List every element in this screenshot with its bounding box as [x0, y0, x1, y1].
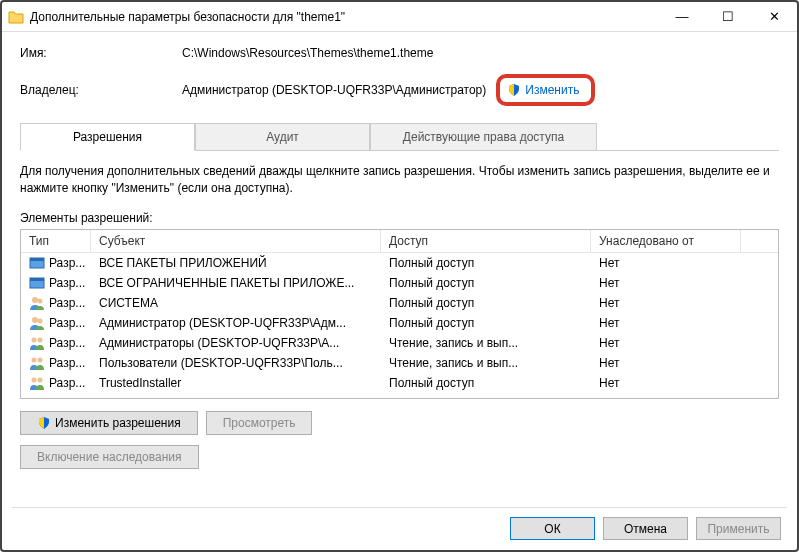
- maximize-button[interactable]: ☐: [705, 2, 751, 32]
- ok-button[interactable]: ОК: [510, 517, 595, 540]
- cell-type: Разр...: [49, 376, 85, 390]
- cell-type: Разр...: [49, 276, 85, 290]
- svg-point-11: [38, 357, 43, 362]
- titlebar: Дополнительные параметры безопасности дл…: [2, 2, 797, 32]
- window-title: Дополнительные параметры безопасности дл…: [30, 10, 659, 24]
- cell-subject: Пользователи (DESKTOP-UQFR33P\Поль...: [91, 355, 381, 371]
- footer-separator: [12, 507, 787, 508]
- cell-subject: Администраторы (DESKTOP-UQFR33P\А...: [91, 335, 381, 351]
- cell-access: Полный доступ: [381, 275, 591, 291]
- table-row[interactable]: Разр...Администратор (DESKTOP-UQFR33P\Ад…: [21, 313, 778, 333]
- cell-inherited: Нет: [591, 375, 741, 391]
- cell-subject: ВСЕ ОГРАНИЧЕННЫЕ ПАКЕТЫ ПРИЛОЖЕ...: [91, 275, 381, 291]
- cell-type: Разр...: [49, 356, 85, 370]
- table-row[interactable]: Разр...Администраторы (DESKTOP-UQFR33P\А…: [21, 333, 778, 353]
- grid-header: Тип Субъект Доступ Унаследовано от: [21, 230, 778, 253]
- content-area: Имя: C:\Windows\Resources\Themes\theme1.…: [2, 32, 797, 469]
- table-row[interactable]: Разр...ВСЕ ПАКЕТЫ ПРИЛОЖЕНИЙПолный досту…: [21, 253, 778, 273]
- svg-point-12: [32, 377, 37, 382]
- shield-icon: [37, 416, 51, 430]
- edit-permissions-button[interactable]: Изменить разрешения: [20, 411, 198, 435]
- table-row[interactable]: Разр...TrustedInstallerПолный доступНет: [21, 373, 778, 393]
- principal-icon: [29, 275, 45, 291]
- svg-point-7: [38, 318, 43, 323]
- cell-inherited: Нет: [591, 355, 741, 371]
- shield-icon: [507, 83, 521, 97]
- cell-access: Полный доступ: [381, 295, 591, 311]
- cell-access: Чтение, запись и вып...: [381, 355, 591, 371]
- principal-icon: [29, 295, 45, 311]
- col-inherited[interactable]: Унаследовано от: [591, 230, 741, 252]
- svg-point-13: [38, 377, 43, 382]
- cell-type: Разр...: [49, 256, 85, 270]
- cell-subject: Администратор (DESKTOP-UQFR33P\Адм...: [91, 315, 381, 331]
- cell-inherited: Нет: [591, 275, 741, 291]
- col-type[interactable]: Тип: [21, 230, 91, 252]
- svg-rect-3: [30, 278, 44, 281]
- change-owner-highlight: Изменить: [496, 74, 595, 106]
- cell-access: Полный доступ: [381, 375, 591, 391]
- cell-subject: TrustedInstaller: [91, 375, 381, 391]
- permissions-label: Элементы разрешений:: [20, 211, 779, 225]
- principal-icon: [29, 255, 45, 271]
- change-owner-link[interactable]: Изменить: [525, 83, 579, 97]
- folder-icon: [8, 10, 24, 24]
- enable-inheritance-button[interactable]: Включение наследования: [20, 445, 199, 469]
- cell-subject: СИСТЕМА: [91, 295, 381, 311]
- col-access[interactable]: Доступ: [381, 230, 591, 252]
- apply-button[interactable]: Применить: [696, 517, 781, 540]
- owner-label: Владелец:: [20, 83, 182, 97]
- table-row[interactable]: Разр...ВСЕ ОГРАНИЧЕННЫЕ ПАКЕТЫ ПРИЛОЖЕ..…: [21, 273, 778, 293]
- tab-permissions[interactable]: Разрешения: [20, 123, 195, 151]
- svg-point-4: [32, 297, 38, 303]
- principal-icon: [29, 335, 45, 351]
- principal-icon: [29, 375, 45, 391]
- cancel-button[interactable]: Отмена: [603, 517, 688, 540]
- cell-type: Разр...: [49, 336, 85, 350]
- svg-point-5: [38, 298, 43, 303]
- svg-point-10: [32, 357, 37, 362]
- name-label: Имя:: [20, 46, 182, 60]
- svg-point-9: [38, 337, 43, 342]
- name-value: C:\Windows\Resources\Themes\theme1.theme: [182, 46, 433, 60]
- table-row[interactable]: Разр...СИСТЕМАПолный доступНет: [21, 293, 778, 313]
- close-button[interactable]: ✕: [751, 2, 797, 32]
- tab-strip: Разрешения Аудит Действующие права досту…: [20, 122, 779, 151]
- permissions-grid[interactable]: Тип Субъект Доступ Унаследовано от Разр.…: [20, 229, 779, 399]
- edit-permissions-label: Изменить разрешения: [55, 416, 181, 430]
- cell-subject: ВСЕ ПАКЕТЫ ПРИЛОЖЕНИЙ: [91, 255, 381, 271]
- col-subject[interactable]: Субъект: [91, 230, 381, 252]
- principal-icon: [29, 355, 45, 371]
- dialog-footer: ОК Отмена Применить: [510, 517, 781, 540]
- svg-point-8: [32, 337, 37, 342]
- principal-icon: [29, 315, 45, 331]
- minimize-button[interactable]: ―: [659, 2, 705, 32]
- svg-rect-1: [30, 258, 44, 261]
- cell-inherited: Нет: [591, 315, 741, 331]
- cell-type: Разр...: [49, 296, 85, 310]
- table-row[interactable]: Разр...Пользователи (DESKTOP-UQFR33P\Пол…: [21, 353, 778, 373]
- tab-audit[interactable]: Аудит: [195, 123, 370, 151]
- description-text: Для получения дополнительных сведений дв…: [20, 163, 779, 197]
- cell-inherited: Нет: [591, 255, 741, 271]
- cell-inherited: Нет: [591, 295, 741, 311]
- view-button[interactable]: Просмотреть: [206, 411, 313, 435]
- tab-effective-access[interactable]: Действующие права доступа: [370, 123, 597, 151]
- cell-inherited: Нет: [591, 335, 741, 351]
- cell-access: Чтение, запись и вып...: [381, 335, 591, 351]
- cell-type: Разр...: [49, 316, 85, 330]
- svg-point-6: [32, 317, 38, 323]
- owner-value: Администратор (DESKTOP-UQFR33P\Администр…: [182, 83, 486, 97]
- cell-access: Полный доступ: [381, 255, 591, 271]
- cell-access: Полный доступ: [381, 315, 591, 331]
